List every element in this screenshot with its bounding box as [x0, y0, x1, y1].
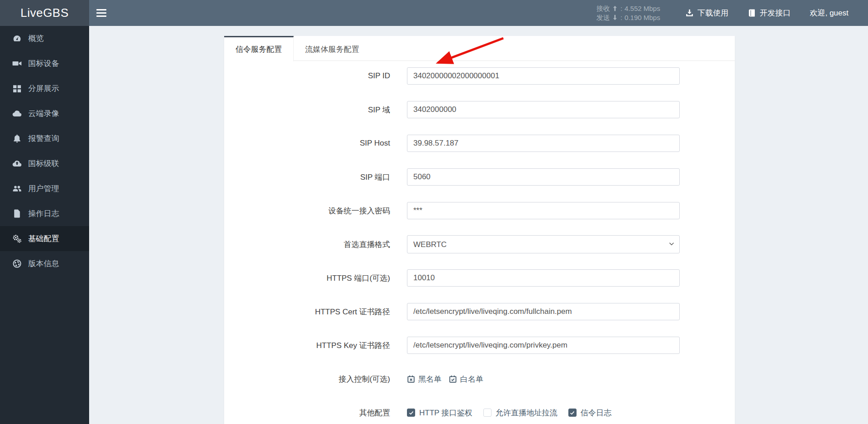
field-control: [407, 101, 680, 118]
sidebar-item-operation-log[interactable]: 操作日志: [0, 201, 89, 226]
users-icon: [12, 184, 22, 193]
preferred-live-format-select[interactable]: WEBRTC: [407, 235, 680, 253]
sidebar-item-gb-devices[interactable]: 国标设备: [0, 51, 89, 76]
field-label: 首选直播格式: [224, 239, 390, 250]
header-nav-label: 开发接口: [760, 8, 791, 18]
dashboard-icon: [12, 34, 22, 43]
cloud-upload-icon: [12, 159, 22, 168]
field-label: HTTPS Cert 证书路径: [224, 307, 390, 317]
signal-log-checkbox-group: 信令日志: [568, 408, 612, 418]
allow-live-pull-checkbox-label: 允许直播地址拉流: [496, 408, 557, 418]
sidebar-item-label: 国标设备: [28, 58, 59, 69]
allow-live-pull-checkbox[interactable]: [483, 409, 492, 417]
sip-port-field[interactable]: [407, 168, 680, 186]
sidebar-item-gb-cascade[interactable]: 国标级联: [0, 151, 89, 176]
hamburger-icon: [96, 9, 106, 17]
gears-icon: [12, 234, 22, 243]
header-nav-download[interactable]: 下载使用: [676, 0, 738, 26]
sidebar-item-version-info[interactable]: 版本信息: [0, 251, 89, 276]
field-control: [407, 269, 680, 287]
header-nav-dev-api[interactable]: 开发接口: [738, 0, 800, 26]
form-row-https-cert-path: HTTPS Cert 证书路径: [224, 303, 735, 320]
http-api-auth-checkbox[interactable]: [407, 409, 415, 417]
tab-label: 信令服务配置: [236, 44, 282, 55]
whitelist-link[interactable]: 白名单: [449, 374, 483, 384]
form-row-https-key-path: HTTPS Key 证书路径: [224, 337, 735, 354]
https-cert-path-field[interactable]: [407, 303, 680, 320]
app-logo: LiveGBS: [0, 0, 89, 26]
field-label: SIP ID: [224, 71, 390, 81]
net-stat-value: 0.190 Mbps: [625, 13, 660, 22]
sidebar-item-label: 操作日志: [28, 208, 59, 219]
header-nav-welcome[interactable]: 欢迎, guest: [800, 0, 858, 26]
signal-log-checkbox-label: 信令日志: [581, 408, 612, 418]
calendar-check-icon: [449, 375, 457, 383]
tab-media-config[interactable]: 流媒体服务配置: [294, 36, 371, 61]
sidebar-item-cloud-record[interactable]: 云端录像: [0, 101, 89, 126]
field-control: [407, 135, 680, 152]
allow-live-pull-checkbox-group: 允许直播地址拉流: [483, 408, 557, 418]
sidebar-item-label: 分屏展示: [28, 83, 59, 94]
header-nav: 下载使用开发接口欢迎, guest: [676, 0, 858, 26]
form-row-preferred-live-format: 首选直播格式WEBRTC: [224, 236, 735, 253]
https-port-field[interactable]: [407, 269, 680, 287]
tab-bar: 信令服务配置流媒体服务配置: [224, 36, 735, 61]
field-control: [407, 202, 680, 219]
sidebar-item-overview[interactable]: 概览: [0, 26, 89, 51]
form-row-sip-id: SIP ID: [224, 67, 735, 85]
top-navbar: LiveGBS 接收:4.552 Mbps发送:0.190 Mbps 下载使用开…: [0, 0, 868, 26]
cloud-icon: [12, 109, 22, 118]
sidebar-item-label: 用户管理: [28, 183, 59, 194]
net-stat-sep: :: [620, 13, 622, 22]
sip-id-field[interactable]: [407, 67, 680, 85]
header-nav-label: 下载使用: [697, 8, 728, 18]
field-label: 接入控制(可选): [224, 374, 390, 384]
field-label: HTTPS Key 证书路径: [224, 340, 390, 351]
field-label: SIP 域: [224, 105, 390, 115]
sidebar-item-split-screen[interactable]: 分屏展示: [0, 76, 89, 101]
config-form: SIP IDSIP 域SIP HostSIP 端口设备统一接入密码首选直播格式W…: [224, 61, 735, 421]
net-stat-sep: :: [620, 4, 622, 13]
network-stats: 接收:4.552 Mbps发送:0.190 Mbps: [596, 4, 660, 22]
net-stat-receive: 接收:4.552 Mbps: [596, 4, 660, 13]
tab-signal-config[interactable]: 信令服务配置: [224, 36, 294, 61]
content-area: 信令服务配置流媒体服务配置 SIP IDSIP 域SIP HostSIP 端口设…: [89, 26, 868, 424]
field-control: [407, 168, 680, 186]
form-row-https-port: HTTPS 端口(可选): [224, 269, 735, 287]
file-icon: [12, 209, 22, 218]
sip-host-field[interactable]: [407, 135, 680, 152]
sidebar-item-basic-config[interactable]: 基础配置: [0, 226, 89, 251]
sidebar-item-label: 报警查询: [28, 133, 59, 144]
signal-log-checkbox[interactable]: [568, 409, 577, 417]
sidebar-item-label: 概览: [28, 33, 44, 44]
http-api-auth-checkbox-label: HTTP 接口鉴权: [419, 408, 472, 418]
blacklist-link[interactable]: 黑名单: [407, 374, 442, 384]
net-stat-send: 发送:0.190 Mbps: [596, 13, 660, 22]
https-key-path-field[interactable]: [407, 337, 680, 354]
field-label: SIP Host: [224, 139, 390, 148]
grid-icon: [12, 84, 22, 93]
field-label: 设备统一接入密码: [224, 206, 390, 216]
sidebar-item-label: 版本信息: [28, 258, 59, 269]
field-label: HTTPS 端口(可选): [224, 273, 390, 283]
whitelist-link-label: 白名单: [460, 374, 483, 384]
net-stat-value: 4.552 Mbps: [625, 4, 660, 13]
field-control: 黑名单白名单: [407, 374, 491, 384]
field-control: [407, 303, 680, 320]
life-ring-icon: [12, 259, 22, 268]
sidebar-item-user-management[interactable]: 用户管理: [0, 176, 89, 201]
blacklist-link-label: 黑名单: [418, 374, 442, 384]
arrow-down-icon: [612, 15, 618, 20]
sidebar-item-alarm-query[interactable]: 报警查询: [0, 126, 89, 151]
tab-label: 流媒体服务配置: [305, 44, 359, 55]
sip-domain-field[interactable]: [407, 101, 680, 118]
form-row-sip-host: SIP Host: [224, 135, 735, 152]
bell-icon: [12, 134, 22, 143]
sidebar: 概览国标设备分屏展示云端录像报警查询国标级联用户管理操作日志基础配置版本信息: [0, 26, 89, 424]
net-stat-label: 发送: [596, 13, 610, 22]
net-stat-label: 接收: [596, 4, 610, 13]
field-control: [407, 67, 680, 85]
field-control: HTTP 接口鉴权允许直播地址拉流信令日志: [407, 408, 622, 418]
sidebar-toggle-button[interactable]: [89, 0, 114, 26]
device-password-field[interactable]: [407, 202, 680, 219]
